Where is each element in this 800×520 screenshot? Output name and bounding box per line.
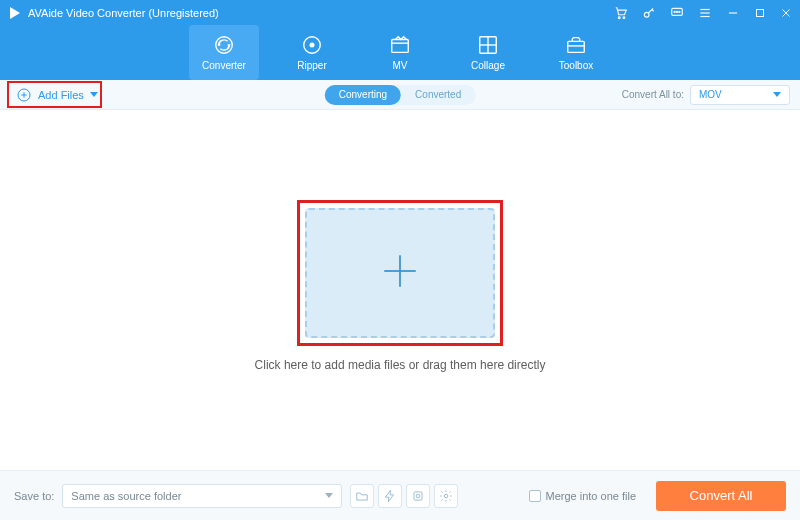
minimize-icon[interactable] [726, 6, 740, 20]
nav-label: Collage [471, 60, 505, 71]
chevron-down-icon [773, 92, 781, 97]
nav-label: Ripper [297, 60, 326, 71]
plus-icon [379, 250, 421, 296]
sub-bar: Add Files Converting Converted Convert A… [0, 80, 800, 110]
svg-rect-12 [757, 9, 764, 16]
svg-point-17 [310, 43, 314, 47]
svg-rect-30 [414, 491, 422, 499]
window-title: AVAide Video Converter (Unregistered) [28, 7, 219, 19]
key-icon[interactable] [642, 6, 656, 20]
feedback-icon[interactable] [670, 6, 684, 20]
maximize-icon[interactable] [754, 7, 766, 19]
nav-collage[interactable]: Collage [453, 25, 523, 80]
speed-icon[interactable] [378, 484, 402, 508]
tab-converting[interactable]: Converting [325, 85, 401, 105]
convert-all-button[interactable]: Convert All [656, 481, 786, 511]
add-files-label: Add Files [38, 89, 84, 101]
convert-all-to: Convert All to: MOV [622, 85, 790, 105]
svg-point-2 [623, 16, 625, 18]
converter-icon [213, 34, 235, 56]
dropzone[interactable] [305, 208, 495, 338]
format-select[interactable]: MOV [690, 85, 790, 105]
main-nav: Converter Ripper MV Collage Toolbox [0, 25, 800, 80]
save-to-label: Save to: [14, 490, 54, 502]
nav-ripper[interactable]: Ripper [277, 25, 347, 80]
main-area: Click here to add media files or drag th… [0, 110, 800, 470]
nav-mv[interactable]: MV [365, 25, 435, 80]
nav-label: Toolbox [559, 60, 593, 71]
bottom-tool-icons [350, 484, 458, 508]
tab-converted[interactable]: Converted [401, 85, 475, 105]
save-to-select[interactable]: Same as source folder [62, 484, 342, 508]
chevron-down-icon [90, 92, 98, 97]
conversion-tabs: Converting Converted [325, 85, 476, 105]
open-folder-icon[interactable] [350, 484, 374, 508]
svg-point-32 [445, 494, 449, 498]
add-files-button[interactable]: Add Files [10, 84, 104, 106]
svg-rect-18 [392, 40, 409, 53]
merge-checkbox[interactable]: Merge into one file [529, 490, 637, 502]
svg-point-7 [679, 11, 680, 12]
title-bar: AVAide Video Converter (Unregistered) [0, 0, 800, 25]
convert-all-to-label: Convert All to: [622, 89, 684, 100]
svg-point-31 [417, 494, 421, 498]
svg-point-5 [674, 11, 675, 12]
dropzone-hint: Click here to add media files or drag th… [255, 358, 546, 372]
gpu-icon[interactable] [406, 484, 430, 508]
svg-point-6 [676, 11, 677, 12]
toolbox-icon [565, 34, 587, 56]
svg-marker-0 [10, 7, 20, 19]
nav-label: Converter [202, 60, 246, 71]
format-value: MOV [699, 89, 722, 100]
svg-point-3 [644, 12, 649, 17]
settings-icon[interactable] [434, 484, 458, 508]
close-icon[interactable] [780, 7, 792, 19]
menu-icon[interactable] [698, 6, 712, 20]
checkbox-icon [529, 490, 541, 502]
ripper-icon [301, 34, 323, 56]
dropzone-wrap [305, 208, 495, 338]
svg-point-1 [618, 16, 620, 18]
save-to-value: Same as source folder [71, 490, 181, 502]
app-logo [8, 6, 22, 20]
mv-icon [389, 34, 411, 56]
title-bar-icons [614, 6, 792, 20]
merge-label: Merge into one file [546, 490, 637, 502]
collage-icon [477, 34, 499, 56]
nav-converter[interactable]: Converter [189, 25, 259, 80]
svg-rect-23 [568, 41, 585, 52]
chevron-down-icon [325, 493, 333, 498]
bottom-bar: Save to: Same as source folder Merge int… [0, 470, 800, 520]
plus-circle-icon [16, 87, 32, 103]
nav-label: MV [393, 60, 408, 71]
nav-toolbox[interactable]: Toolbox [541, 25, 611, 80]
cart-icon[interactable] [614, 6, 628, 20]
